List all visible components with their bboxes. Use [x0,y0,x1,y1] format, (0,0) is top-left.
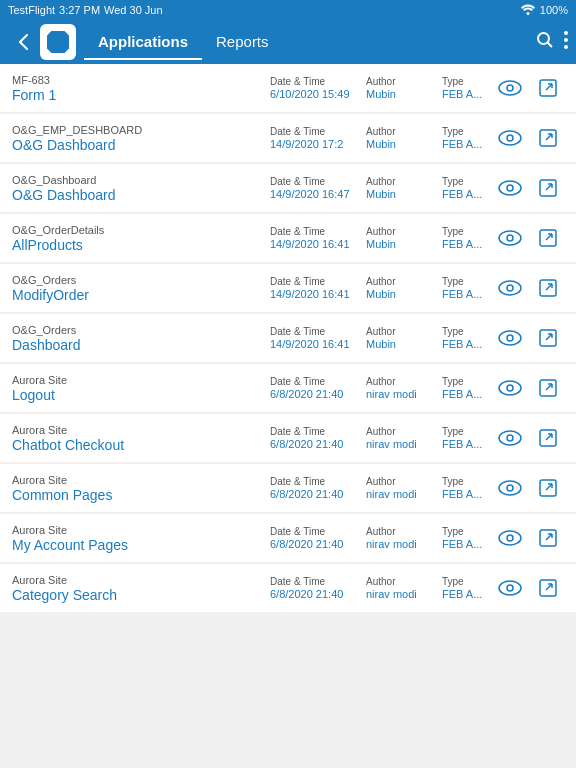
item-info: Aurora Site My Account Pages [12,524,270,553]
export-button[interactable] [532,422,564,454]
item-type: Type FEB A... [442,326,488,350]
date-value: 6/8/2020 21:40 [270,388,360,400]
item-info: Aurora Site Chatbot Checkout [12,424,270,453]
author-value: nirav modi [366,488,436,500]
author-value: Mubin [366,338,436,350]
item-actions [494,472,564,504]
export-button[interactable] [532,272,564,304]
item-info: Aurora Site Logout [12,374,270,403]
list-item: Aurora Site Category Search Date & Time … [0,564,576,612]
export-button[interactable] [532,122,564,154]
item-category: Aurora Site [12,424,270,436]
export-button[interactable] [532,522,564,554]
view-button[interactable] [494,72,526,104]
type-value: FEB A... [442,438,488,450]
date-value: 6/8/2020 21:40 [270,538,360,550]
item-name[interactable]: My Account Pages [12,537,270,553]
type-value: FEB A... [442,588,488,600]
svg-line-17 [546,134,552,140]
back-button[interactable] [8,26,40,58]
search-button[interactable] [536,31,554,54]
export-button[interactable] [532,572,564,604]
item-actions [494,422,564,454]
list-item: Aurora Site My Account Pages Date & Time… [0,514,576,562]
type-label: Type [442,276,488,287]
item-author: Author Mubin [366,126,436,150]
svg-line-65 [546,534,552,540]
item-name[interactable]: Category Search [12,587,270,603]
date-label: Date & Time [270,376,360,387]
item-meta: Date & Time 6/10/2020 15:49 [270,76,360,100]
view-button[interactable] [494,422,526,454]
list-item: O&G_EMP_DESHBOARD O&G Dashboard Date & T… [0,114,576,162]
item-name[interactable]: Logout [12,387,270,403]
item-actions [494,122,564,154]
more-button[interactable] [564,31,568,54]
svg-point-67 [507,585,513,591]
view-button[interactable] [494,522,526,554]
type-label: Type [442,526,488,537]
item-actions [494,72,564,104]
tab-applications[interactable]: Applications [84,25,202,60]
date-value: 14/9/2020 17:2 [270,138,360,150]
status-time: 3:27 PM [59,4,100,16]
export-button[interactable] [532,322,564,354]
svg-point-4 [564,38,568,42]
export-button[interactable] [532,222,564,254]
item-name[interactable]: Dashboard [12,337,270,353]
item-author: Author Mubin [366,176,436,200]
svg-point-25 [507,235,513,241]
tab-reports[interactable]: Reports [202,25,283,60]
export-button[interactable] [532,472,564,504]
view-button[interactable] [494,222,526,254]
view-button[interactable] [494,122,526,154]
view-button[interactable] [494,322,526,354]
item-name[interactable]: ModifyOrder [12,287,270,303]
item-author: Author nirav modi [366,526,436,550]
item-name[interactable]: Chatbot Checkout [12,437,270,453]
svg-point-30 [499,281,521,295]
list-item: Aurora Site Chatbot Checkout Date & Time… [0,414,576,462]
item-name[interactable]: Form 1 [12,87,270,103]
item-name[interactable]: AllProducts [12,237,270,253]
item-author: Author Mubin [366,326,436,350]
item-name[interactable]: O&G Dashboard [12,187,270,203]
type-label: Type [442,426,488,437]
item-name[interactable]: Common Pages [12,487,270,503]
view-button[interactable] [494,272,526,304]
export-button[interactable] [532,172,564,204]
view-button[interactable] [494,472,526,504]
item-meta: Date & Time 14/9/2020 16:47 [270,176,360,200]
item-actions [494,522,564,554]
list-item: O&G_Orders Dashboard Date & Time 14/9/20… [0,314,576,362]
svg-point-3 [564,31,568,35]
status-bar: TestFlight 3:27 PM Wed 30 Jun 100% [0,0,576,20]
item-category: Aurora Site [12,374,270,386]
item-author: Author nirav modi [366,476,436,500]
svg-point-49 [507,435,513,441]
item-type: Type FEB A... [442,576,488,600]
type-value: FEB A... [442,188,488,200]
item-name[interactable]: O&G Dashboard [12,137,270,153]
view-button[interactable] [494,572,526,604]
view-button[interactable] [494,372,526,404]
export-button[interactable] [532,72,564,104]
item-info: MF-683 Form 1 [12,74,270,103]
status-bar-right: 100% [520,4,568,17]
svg-line-59 [546,484,552,490]
svg-line-47 [546,384,552,390]
export-button[interactable] [532,372,564,404]
type-value: FEB A... [442,538,488,550]
view-button[interactable] [494,172,526,204]
item-category: Aurora Site [12,474,270,486]
author-value: Mubin [366,288,436,300]
type-label: Type [442,476,488,487]
type-label: Type [442,226,488,237]
item-type: Type FEB A... [442,176,488,200]
item-meta: Date & Time 6/8/2020 21:40 [270,526,360,550]
author-label: Author [366,126,436,137]
type-label: Type [442,326,488,337]
nav-actions [536,31,568,54]
author-label: Author [366,376,436,387]
list-item: Aurora Site Common Pages Date & Time 6/8… [0,464,576,512]
